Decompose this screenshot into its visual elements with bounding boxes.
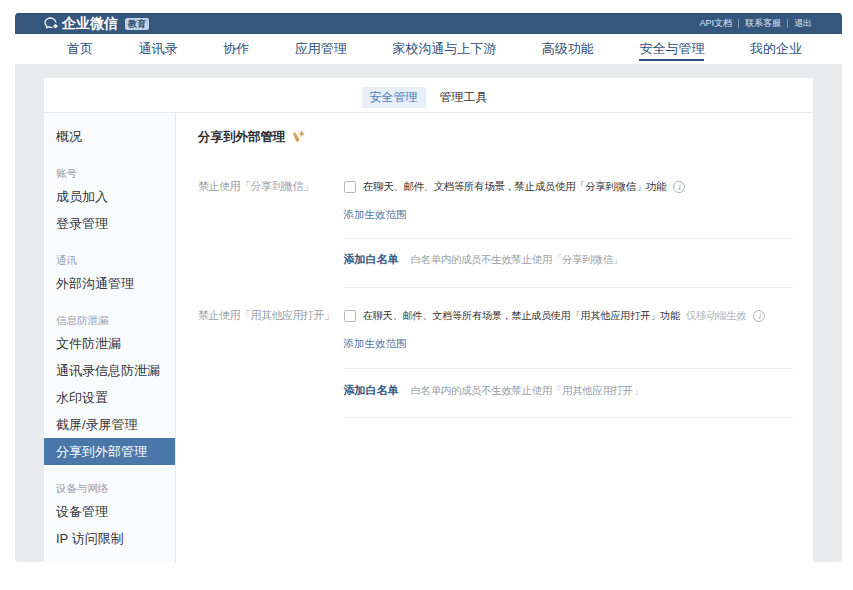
setting-group-body: 在聊天、邮件、文档等所有场景，禁止成员使用「分享到微信」功能 i 添加生效范围 … — [344, 179, 794, 288]
brand-name: 企业微信 — [62, 15, 118, 33]
page-title-row: 分享到外部管理 — [198, 124, 793, 150]
setting-group-share-to-wechat: 禁止使用「分享到微信」 在聊天、邮件、文档等所有场景，禁止成员使用「分享到微信」… — [198, 179, 793, 288]
whitelist-description: 白名单内的成员不生效禁止使用「分享到微信」 — [411, 253, 623, 267]
tab-security-management[interactable]: 安全管理 — [362, 87, 426, 108]
nav-item-home[interactable]: 首页 — [67, 34, 93, 63]
topbar-link-api-docs[interactable]: API文档 — [699, 17, 732, 30]
nav-item-my-company[interactable]: 我的企业 — [750, 34, 802, 63]
content-card: 安全管理 管理工具 概况 账号 成员加入 登录管理 通讯 外部沟通管理 信息防泄… — [44, 78, 813, 562]
sidebar-section-account: 账号 — [44, 167, 175, 180]
nav-item-app-management[interactable]: 应用管理 — [295, 34, 347, 63]
sidebar-item-share-to-external[interactable]: 分享到外部管理 — [44, 438, 175, 465]
forbid-open-with-other-apps-checkbox[interactable] — [344, 310, 356, 322]
divider — [344, 238, 794, 239]
sidebar-section-devices-network: 设备与网络 — [44, 482, 175, 495]
forbid-share-to-wechat-checkbox[interactable] — [344, 181, 356, 193]
tab-management-tools[interactable]: 管理工具 — [432, 87, 496, 108]
nav-item-school-communication[interactable]: 家校沟通与上下游 — [392, 34, 496, 63]
info-icon[interactable]: i — [753, 310, 765, 322]
sidebar-item-external-communication[interactable]: 外部沟通管理 — [44, 270, 175, 297]
topbar: 企业微信 教育 API文档 联系客服 退出 — [15, 13, 842, 34]
checkbox-statement: 在聊天、邮件、文档等所有场景，禁止成员使用「分享到微信」功能 — [363, 180, 666, 194]
checkbox-hint: 仅移动端生效 — [686, 309, 747, 323]
sidebar-item-overview[interactable]: 概况 — [44, 123, 175, 150]
whitelist-row: 添加白名单 白名单内的成员不生效禁止使用「分享到微信」 — [344, 252, 794, 267]
page-background: 安全管理 管理工具 概况 账号 成员加入 登录管理 通讯 外部沟通管理 信息防泄… — [15, 64, 842, 562]
sidebar-item-watermark-settings[interactable]: 水印设置 — [44, 384, 175, 411]
sidebar-item-screenshot-recording[interactable]: 截屏/录屏管理 — [44, 411, 175, 438]
main-nav-inner: 首页 通讯录 协作 应用管理 家校沟通与上下游 高级功能 安全与管理 我的企业 — [67, 34, 802, 63]
card-body: 概况 账号 成员加入 登录管理 通讯 外部沟通管理 信息防泄漏 文件防泄漏 通讯… — [44, 113, 813, 562]
add-effective-scope-link[interactable]: 添加生效范围 — [344, 336, 407, 351]
sidebar-section-info-leak-prevention: 信息防泄漏 — [44, 314, 175, 327]
edition-badge: 教育 — [125, 18, 149, 30]
nav-item-advanced-features[interactable]: 高级功能 — [542, 34, 594, 63]
add-whitelist-link[interactable]: 添加白名单 — [344, 252, 399, 267]
setting-group-open-with-other-apps: 禁止使用「用其他应用打开」 在聊天、邮件、文档等所有场景，禁止成员使用「用其他应… — [198, 308, 793, 418]
topbar-links: API文档 联系客服 退出 — [699, 17, 812, 30]
info-icon[interactable]: i — [673, 181, 685, 193]
nav-item-collaboration[interactable]: 协作 — [223, 34, 249, 63]
sidebar-item-ip-access-restriction[interactable]: IP 访问限制 — [44, 525, 175, 552]
card-header-tabs: 安全管理 管理工具 — [44, 78, 813, 113]
setting-group-label: 禁止使用「分享到微信」 — [198, 179, 344, 288]
sidebar-item-login-management[interactable]: 登录管理 — [44, 210, 175, 237]
checkbox-statement: 在聊天、邮件、文档等所有场景，禁止成员使用「用其他应用打开」功能 — [363, 309, 680, 323]
add-effective-scope-link[interactable]: 添加生效范围 — [344, 207, 407, 222]
checkbox-row: 在聊天、邮件、文档等所有场景，禁止成员使用「分享到微信」功能 i — [344, 179, 794, 194]
checkbox-row: 在聊天、邮件、文档等所有场景，禁止成员使用「用其他应用打开」功能 仅移动端生效 … — [344, 308, 794, 323]
main-nav: 首页 通讯录 协作 应用管理 家校沟通与上下游 高级功能 安全与管理 我的企业 — [15, 34, 842, 64]
topbar-link-logout[interactable]: 退出 — [794, 17, 812, 30]
nav-item-security-management[interactable]: 安全与管理 — [639, 34, 704, 63]
setting-group-body: 在聊天、邮件、文档等所有场景，禁止成员使用「用其他应用打开」功能 仅移动端生效 … — [344, 308, 794, 418]
divider — [344, 417, 794, 418]
divider — [344, 368, 794, 369]
sidebar-section-communication: 通讯 — [44, 254, 175, 267]
settings-sidebar: 概况 账号 成员加入 登录管理 通讯 外部沟通管理 信息防泄漏 文件防泄漏 通讯… — [44, 113, 176, 562]
sidebar-item-contacts-info-leak-prevention[interactable]: 通讯录信息防泄漏 — [44, 357, 175, 384]
sidebar-item-device-management[interactable]: 设备管理 — [44, 498, 175, 525]
nav-item-contacts[interactable]: 通讯录 — [139, 34, 178, 63]
topbar-link-contact-support[interactable]: 联系客服 — [745, 17, 781, 30]
whitelist-row: 添加白名单 白名单内的成员不生效禁止使用「用其他应用打开」 — [344, 383, 794, 398]
setting-group-label: 禁止使用「用其他应用打开」 — [198, 308, 344, 418]
admin-console-window: 企业微信 教育 API文档 联系客服 退出 首页 通讯录 协作 应用管理 家校沟… — [15, 13, 842, 562]
page-title: 分享到外部管理 — [198, 129, 286, 146]
topbar-separator — [738, 19, 739, 28]
wecom-logo-icon — [44, 17, 59, 30]
sidebar-item-member-join[interactable]: 成员加入 — [44, 183, 175, 210]
main-panel: 分享到外部管理 禁止使用「分享到微信」 在聊天、邮件、文档等所有场景，禁止 — [176, 113, 813, 562]
divider — [344, 287, 794, 288]
add-whitelist-link[interactable]: 添加白名单 — [344, 383, 399, 398]
sidebar-item-file-leak-prevention[interactable]: 文件防泄漏 — [44, 330, 175, 357]
brand[interactable]: 企业微信 教育 — [44, 15, 149, 33]
whitelist-description: 白名单内的成员不生效禁止使用「用其他应用打开」 — [411, 384, 643, 398]
premium-sparkle-icon — [292, 130, 305, 142]
topbar-separator — [787, 19, 788, 28]
